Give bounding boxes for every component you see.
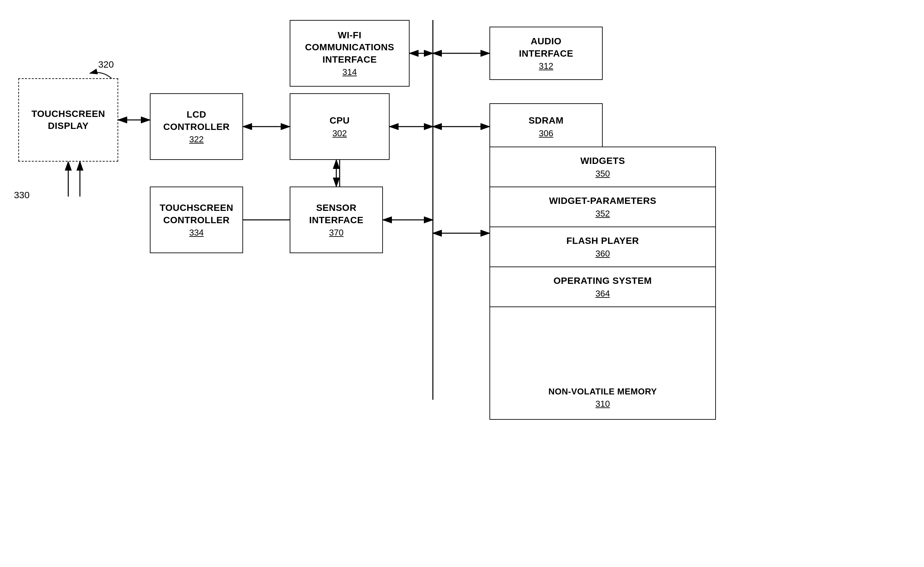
diagram-container: TOUCHSCREEN DISPLAY 320 330 LCDCONTROLLE… xyxy=(0,0,924,567)
audio-interface-box: AUDIOINTERFACE 312 xyxy=(489,27,603,80)
flash-player-inner-box: FLASH PLAYER 360 xyxy=(490,227,715,267)
audio-interface-number: 312 xyxy=(539,61,553,71)
cpu-label: CPU xyxy=(330,114,350,126)
widgets-inner-box: WIDGETS 350 xyxy=(490,147,715,187)
widget-parameters-label: WIDGET-PARAMETERS xyxy=(549,195,656,207)
non-volatile-memory-box: WIDGETS 350 WIDGET-PARAMETERS 352 FLASH … xyxy=(489,147,716,420)
flash-player-label: FLASH PLAYER xyxy=(566,235,639,247)
operating-system-number: 364 xyxy=(596,289,610,299)
audio-interface-label: AUDIOINTERFACE xyxy=(519,35,573,60)
wifi-number: 314 xyxy=(342,67,357,77)
sensor-interface-label: SENSORINTERFACE xyxy=(309,202,363,226)
cpu-number: 302 xyxy=(332,128,346,138)
widgets-number: 350 xyxy=(596,168,610,179)
arrows-svg xyxy=(0,0,924,567)
touchscreen-display-label: TOUCHSCREEN DISPLAY xyxy=(19,108,117,132)
ref-320: 320 xyxy=(98,59,114,70)
ref-330: 330 xyxy=(14,190,30,200)
sdram-box: SDRAM 306 xyxy=(489,103,603,150)
widgets-label: WIDGETS xyxy=(580,155,625,167)
sensor-interface-box: SENSORINTERFACE 370 xyxy=(290,186,383,253)
cpu-box: CPU 302 xyxy=(290,93,390,160)
touchscreen-controller-number: 334 xyxy=(189,227,204,238)
non-volatile-number: 310 xyxy=(596,399,610,409)
touchscreen-controller-box: TOUCHSCREENCONTROLLER 334 xyxy=(150,186,243,253)
non-volatile-label-area: NON-VOLATILE MEMORY 310 xyxy=(490,386,715,409)
touchscreen-controller-label: TOUCHSCREENCONTROLLER xyxy=(159,202,233,226)
touchscreen-display-box: TOUCHSCREEN DISPLAY xyxy=(18,78,118,162)
flash-player-number: 360 xyxy=(596,248,610,259)
lcd-controller-label: LCDCONTROLLER xyxy=(163,108,230,133)
widget-parameters-number: 352 xyxy=(596,209,610,219)
lcd-controller-number: 322 xyxy=(189,134,204,144)
operating-system-label: OPERATING SYSTEM xyxy=(554,275,652,287)
lcd-controller-box: LCDCONTROLLER 322 xyxy=(150,93,243,160)
sdram-number: 306 xyxy=(539,128,553,138)
wifi-box: WI-FICOMMUNICATIONSINTERFACE 314 xyxy=(290,20,410,87)
sensor-interface-number: 370 xyxy=(329,227,343,238)
operating-system-inner-box: OPERATING SYSTEM 364 xyxy=(490,267,715,307)
sdram-label: SDRAM xyxy=(528,114,563,126)
non-volatile-label: NON-VOLATILE MEMORY xyxy=(548,386,657,397)
wifi-label: WI-FICOMMUNICATIONSINTERFACE xyxy=(305,29,394,66)
widget-parameters-inner-box: WIDGET-PARAMETERS 352 xyxy=(490,187,715,227)
